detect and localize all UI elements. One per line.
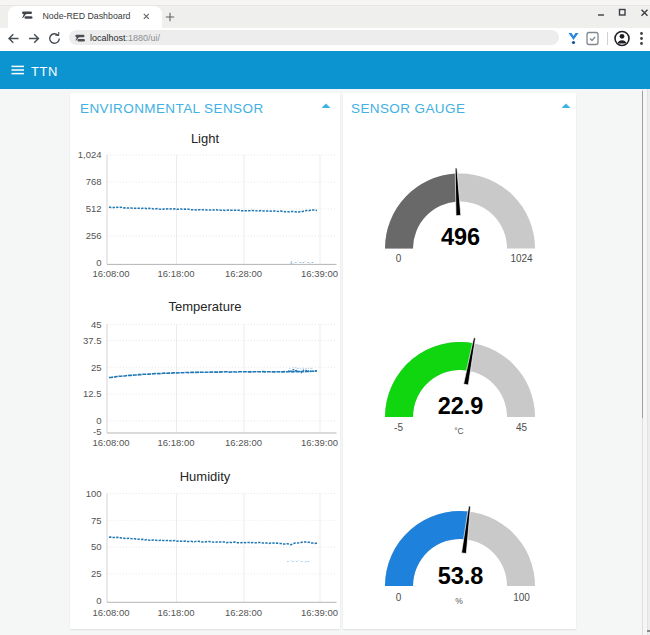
svg-text:37.5: 37.5 bbox=[83, 335, 102, 346]
svg-text:16:28:00: 16:28:00 bbox=[225, 437, 262, 448]
svg-text:22.9: 22.9 bbox=[438, 393, 484, 419]
svg-text:512: 512 bbox=[86, 203, 102, 214]
svg-text:256: 256 bbox=[86, 230, 102, 241]
svg-text:16:18:00: 16:18:00 bbox=[158, 268, 195, 279]
svg-text:0: 0 bbox=[96, 415, 101, 426]
svg-text:496: 496 bbox=[441, 224, 480, 250]
svg-text:16:08:00: 16:08:00 bbox=[93, 268, 130, 279]
svg-text:16:28:00: 16:28:00 bbox=[225, 268, 262, 279]
svg-text:-5: -5 bbox=[93, 426, 101, 437]
svg-text:53.8: 53.8 bbox=[438, 563, 484, 589]
svg-text:0: 0 bbox=[96, 595, 101, 606]
svg-text:1,024: 1,024 bbox=[78, 149, 102, 160]
svg-text:16:28:00: 16:28:00 bbox=[225, 607, 262, 618]
svg-text:0: 0 bbox=[96, 257, 101, 268]
svg-text:°C: °C bbox=[454, 426, 464, 436]
svg-text:4-·•·¯•·•¯·•-·•·: 4-·•·¯•·•¯·•-·•· bbox=[290, 260, 314, 265]
svg-text:1024: 1024 bbox=[510, 253, 533, 264]
svg-text:768: 768 bbox=[86, 176, 102, 187]
svg-text:0: 0 bbox=[396, 253, 402, 264]
svg-text:25: 25 bbox=[91, 568, 102, 579]
svg-text:45: 45 bbox=[516, 422, 528, 433]
svg-text:25: 25 bbox=[91, 362, 102, 373]
svg-text:16:39:00: 16:39:00 bbox=[301, 268, 338, 279]
svg-text:100: 100 bbox=[513, 592, 530, 603]
svg-text:75: 75 bbox=[91, 515, 102, 526]
svg-text:16:08:00: 16:08:00 bbox=[93, 437, 130, 448]
svg-text:•·¯•··•¯·•·-•·•: •·¯•··•¯·•·-•·• bbox=[287, 559, 310, 564]
svg-text:16:39:00: 16:39:00 bbox=[301, 437, 338, 448]
svg-text:45: 45 bbox=[91, 319, 102, 330]
svg-text:16:18:00: 16:18:00 bbox=[158, 437, 195, 448]
svg-text:50: 50 bbox=[91, 541, 102, 552]
svg-text:12.5: 12.5 bbox=[83, 388, 102, 399]
svg-text:16:18:00: 16:18:00 bbox=[158, 607, 195, 618]
svg-text:100: 100 bbox=[86, 488, 102, 499]
svg-text:%: % bbox=[455, 596, 463, 606]
svg-text:0: 0 bbox=[396, 592, 402, 603]
svg-text:16:39:00: 16:39:00 bbox=[301, 607, 338, 618]
svg-text:16:08:00: 16:08:00 bbox=[93, 607, 130, 618]
svg-text:-5: -5 bbox=[394, 422, 403, 433]
